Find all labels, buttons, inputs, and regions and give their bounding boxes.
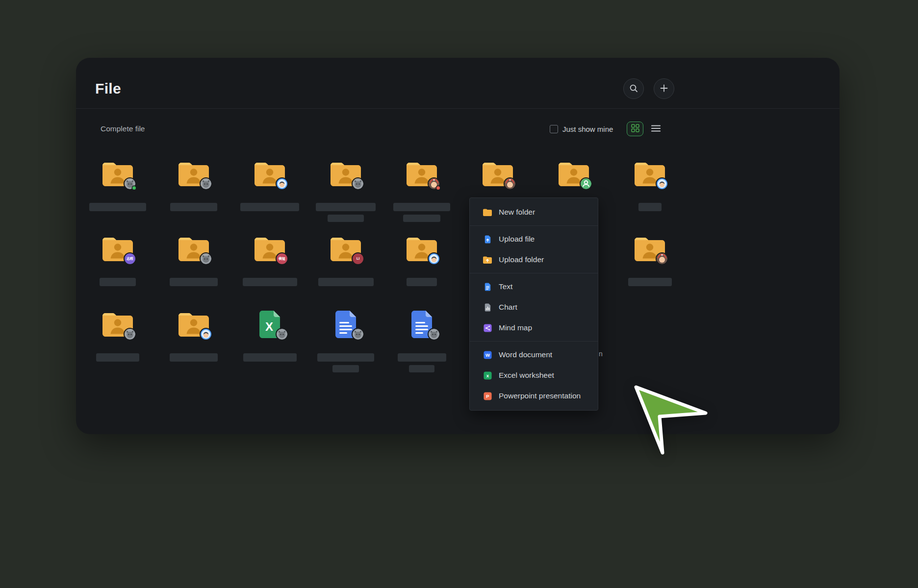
folder-item[interactable] bbox=[81, 311, 154, 362]
menu-item-label: Mind map bbox=[499, 323, 532, 332]
word-icon: W bbox=[483, 350, 492, 360]
cat-avatar-badge bbox=[277, 329, 287, 340]
presence-dot bbox=[436, 186, 440, 190]
text-icon bbox=[483, 282, 492, 292]
powerpoint-icon: P bbox=[483, 391, 492, 401]
avatar-initials: 侯短 bbox=[277, 253, 287, 264]
folder-icon: 志程 bbox=[81, 235, 154, 263]
mind-map-icon bbox=[483, 323, 492, 333]
menu-item-upload-file[interactable]: Upload file bbox=[470, 229, 598, 249]
folder-item[interactable] bbox=[613, 235, 687, 286]
redacted-label-bar bbox=[317, 353, 374, 362]
cat-avatar-badge bbox=[353, 178, 363, 189]
redacted-label-bar bbox=[328, 215, 364, 222]
avatar-initials: LI bbox=[353, 253, 363, 264]
menu-item-chart[interactable]: Chart bbox=[470, 297, 598, 318]
folder-item[interactable] bbox=[613, 160, 687, 211]
redacted-label-bar bbox=[243, 278, 297, 286]
folder-icon bbox=[613, 160, 687, 188]
redacted-label-bar bbox=[318, 278, 374, 286]
cat-avatar-badge bbox=[201, 178, 211, 189]
redacted-label-bar bbox=[316, 203, 376, 211]
excel-file-item[interactable]: X bbox=[233, 311, 306, 362]
redacted-label-bar bbox=[398, 353, 446, 362]
girl-avatar-badge bbox=[505, 178, 515, 189]
doc-icon bbox=[385, 311, 459, 338]
redacted-label-bar bbox=[170, 278, 218, 286]
redacted-label-bar bbox=[240, 203, 299, 211]
file-app-window: File Complete file Just show mine bbox=[76, 58, 840, 434]
redacted-label-bar bbox=[96, 353, 139, 362]
redacted-label-bar bbox=[638, 203, 662, 211]
svg-text:X: X bbox=[265, 320, 273, 333]
menu-item-new-folder[interactable]: New folder bbox=[470, 202, 598, 222]
folder-item[interactable] bbox=[233, 160, 306, 211]
excel-icon: x bbox=[483, 370, 492, 380]
green-person-avatar-badge bbox=[581, 178, 591, 189]
folder-icon bbox=[537, 160, 611, 188]
redacted-label-bar bbox=[409, 365, 434, 372]
menu-item-label: Powerpoint presentation bbox=[499, 392, 581, 400]
folder-icon bbox=[613, 235, 687, 263]
text-avatar-badge: 志程 bbox=[125, 253, 135, 264]
folder-item[interactable] bbox=[157, 235, 230, 286]
boy-avatar-badge bbox=[277, 178, 287, 189]
folder-icon: 侯短 bbox=[233, 235, 306, 263]
menu-item-label: Excel worksheet bbox=[499, 371, 554, 380]
folder-item[interactable] bbox=[157, 311, 230, 362]
cat-avatar-badge bbox=[429, 329, 439, 340]
menu-divider bbox=[470, 273, 598, 273]
upload-file-icon bbox=[483, 234, 492, 244]
menu-item-word-document[interactable]: WWord document bbox=[470, 344, 598, 365]
menu-item-label: Upload file bbox=[499, 235, 535, 244]
redacted-label-bar bbox=[628, 278, 672, 286]
redacted-label-bar bbox=[170, 203, 217, 211]
menu-item-text[interactable]: Text bbox=[470, 276, 598, 297]
menu-item-mind-map[interactable]: Mind map bbox=[470, 318, 598, 338]
menu-item-upload-folder[interactable]: Upload folder bbox=[470, 249, 598, 270]
cat-avatar-badge bbox=[125, 178, 135, 189]
redacted-label-bar bbox=[89, 203, 146, 211]
redacted-label-bar bbox=[332, 365, 359, 372]
folder-item[interactable]: LI bbox=[309, 235, 382, 286]
folder-icon bbox=[157, 235, 230, 263]
redacted-label-bar bbox=[407, 278, 437, 286]
boy-avatar-badge bbox=[429, 253, 439, 264]
folder-item[interactable] bbox=[385, 235, 459, 286]
menu-divider bbox=[470, 341, 598, 342]
create-context-menu: New folderUpload fileUpload folderTextCh… bbox=[469, 197, 598, 411]
folder-item[interactable] bbox=[81, 160, 154, 211]
folder-icon bbox=[157, 311, 230, 338]
folder-icon bbox=[385, 235, 459, 263]
doc-file-item[interactable] bbox=[385, 311, 459, 372]
girl-avatar-badge bbox=[429, 178, 439, 189]
redacted-label-bar bbox=[243, 353, 297, 362]
menu-divider bbox=[470, 225, 598, 226]
menu-item-powerpoint-presentation[interactable]: PPowerpoint presentation bbox=[470, 386, 598, 406]
redacted-label-bar bbox=[393, 203, 450, 211]
cat-avatar-badge bbox=[353, 329, 363, 340]
hidden-label-fragment: n bbox=[599, 350, 603, 358]
menu-item-label: Upload folder bbox=[499, 255, 544, 264]
menu-item-excel-worksheet[interactable]: xExcel worksheet bbox=[470, 365, 598, 386]
excel-icon: X bbox=[233, 311, 306, 338]
folder-item[interactable]: 侯短 bbox=[233, 235, 306, 286]
svg-text:P: P bbox=[486, 393, 489, 399]
boy-avatar-badge bbox=[201, 329, 211, 340]
svg-text:x: x bbox=[486, 373, 489, 378]
folder-item[interactable] bbox=[157, 160, 230, 211]
new-folder-icon bbox=[483, 207, 492, 217]
svg-text:W: W bbox=[485, 352, 490, 358]
folder-item[interactable]: 志程 bbox=[81, 235, 154, 286]
folder-item[interactable] bbox=[385, 160, 459, 222]
doc-file-item[interactable] bbox=[309, 311, 382, 372]
menu-item-label: New folder bbox=[499, 208, 535, 217]
folder-icon bbox=[81, 311, 154, 338]
menu-item-label: Chart bbox=[499, 303, 517, 312]
folder-icon bbox=[385, 160, 459, 188]
upload-folder-icon bbox=[483, 255, 492, 265]
girl-avatar-badge bbox=[657, 253, 667, 264]
presence-dot bbox=[132, 186, 136, 190]
folder-item[interactable] bbox=[309, 160, 382, 222]
folder-icon bbox=[81, 160, 154, 188]
